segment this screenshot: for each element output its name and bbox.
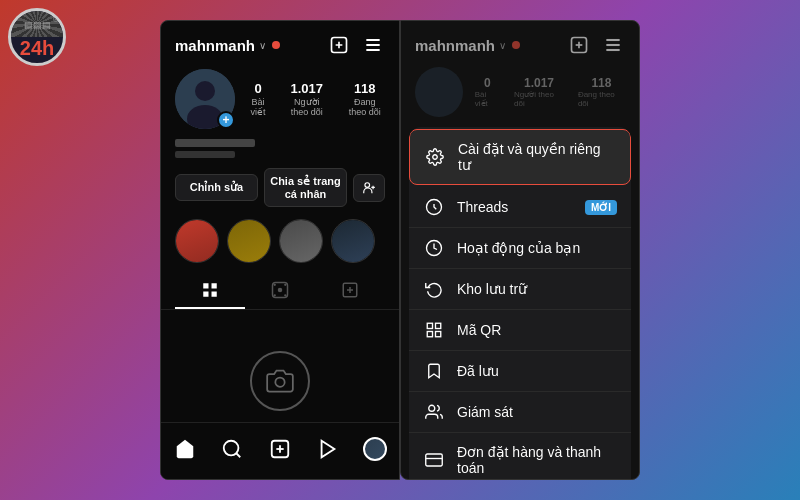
profile-name-row [161,137,399,164]
menu-label-4: Mã QR [457,322,617,338]
svg-point-36 [433,155,438,160]
right-add-button[interactable] [567,33,591,57]
home-nav-button[interactable] [167,431,203,467]
menu-item-1[interactable]: ThreadsMỚI [409,187,631,228]
highlight-item[interactable] [227,219,271,263]
tagged-tab[interactable] [315,273,385,309]
highlight-item[interactable] [331,219,375,263]
menu-item-6[interactable]: Giám sát [409,392,631,433]
menu-icon-6 [423,403,445,421]
add-to-story-button[interactable]: + [217,111,235,129]
right-phone-header: mahnmanh ∨ [401,21,639,65]
avatar-container: + [175,69,235,129]
posts-stat: 0 Bài viết [247,81,269,117]
svg-point-20 [274,294,276,296]
svg-rect-42 [436,332,441,337]
followers-label: Người theo dõi [285,97,328,117]
logo-text: 24h [20,38,54,58]
left-phone-header: mahnmanh ∨ [161,21,399,65]
posts-label: Bài viết [247,97,269,117]
highlights-row [161,215,399,273]
action-buttons: Chỉnh sửa Chia sẻ trang cá nhân [161,164,399,215]
menu-item-0[interactable]: Cài đặt và quyền riêng tư [409,129,631,185]
menu-label-2: Hoạt động của bạn [457,240,617,256]
svg-point-23 [275,377,284,386]
right-menu-button[interactable] [601,33,625,57]
online-indicator [272,41,280,49]
content-tabs [161,273,399,310]
menu-item-5[interactable]: Đã lưu [409,351,631,392]
svg-point-17 [278,288,283,293]
svg-point-18 [274,284,276,286]
menu-icon-1 [423,198,445,216]
svg-point-9 [365,182,370,187]
edit-profile-button[interactable]: Chỉnh sửa [175,174,258,201]
right-username: mahnmanh [415,37,495,54]
menu-item-3[interactable]: Kho lưu trữ [409,269,631,310]
menu-icon-3 [423,280,445,298]
highlight-circle-2 [227,219,271,263]
svg-rect-39 [427,323,432,328]
dropdown-icon[interactable]: ∨ [259,40,266,51]
svg-rect-14 [203,292,208,297]
search-nav-button[interactable] [214,431,250,467]
phones-wrapper: mahnmanh ∨ [160,20,640,480]
share-profile-button[interactable]: Chia sẻ trang cá nhân [264,168,347,207]
left-username: mahnmanh [175,37,255,54]
camera-icon [250,351,310,411]
menu-icon-4 [423,321,445,339]
menu-icon-2 [423,239,445,257]
left-phone: mahnmanh ∨ [160,20,400,480]
menu-icon-7 [423,451,445,469]
create-nav-button[interactable] [262,431,298,467]
dropdown-menu: Cài đặt và quyền riêng tưThreadsMỚIHoạt … [409,127,631,480]
menu-label-1: Threads [457,199,573,215]
highlight-circle-4 [331,219,375,263]
highlight-circle-1 [175,219,219,263]
menu-icon-0 [424,148,446,166]
svg-point-19 [284,284,286,286]
svg-rect-12 [203,283,208,288]
profile-section: + 0 Bài viết 1.017 Người theo dõi 118 Đa… [161,65,399,137]
menu-label-3: Kho lưu trữ [457,281,617,297]
following-count: 118 [354,81,376,96]
menu-item-2[interactable]: Hoạt động của bạn [409,228,631,269]
posts-count: 0 [254,81,261,96]
bottom-navigation [161,422,399,479]
followers-count: 1.017 [291,81,324,96]
menu-icon-5 [423,362,445,380]
highlight-circle-3 [279,219,323,263]
svg-rect-13 [212,283,217,288]
logo-registered: ® [53,15,59,24]
stats-row: 0 Bài viết 1.017 Người theo dõi 118 Đang… [247,81,385,117]
highlight-item[interactable] [279,219,323,263]
following-label: Đang theo dõi [344,97,385,117]
right-phone: mahnmanh ∨ [400,20,640,480]
svg-rect-15 [212,292,217,297]
logo-badge: ® ▤▤▤ 24h [8,8,68,68]
svg-line-25 [237,453,241,457]
svg-point-21 [284,294,286,296]
svg-rect-44 [426,454,443,466]
svg-point-7 [195,81,215,101]
menu-label-7: Đơn đặt hàng và thanh toán [457,444,617,476]
find-people-button[interactable] [353,174,385,202]
menu-item-7[interactable]: Đơn đặt hàng và thanh toán [409,433,631,480]
reels-nav-button[interactable] [310,431,346,467]
username-row: mahnmanh ∨ [175,37,280,54]
menu-item-4[interactable]: Mã QR [409,310,631,351]
header-icons [327,33,385,57]
profile-nav-button[interactable] [357,431,393,467]
menu-button[interactable] [361,33,385,57]
highlight-item[interactable] [175,219,219,263]
menu-label-5: Đã lưu [457,363,617,379]
reels-tab[interactable] [245,273,315,309]
menu-label-6: Giám sát [457,404,617,420]
followers-stat: 1.017 Người theo dõi [285,81,328,117]
svg-rect-41 [427,332,432,337]
svg-marker-29 [321,441,334,458]
grid-tab[interactable] [175,273,245,309]
new-badge-1: MỚI [585,200,617,215]
add-post-button[interactable] [327,33,351,57]
menu-label-0: Cài đặt và quyền riêng tư [458,141,616,173]
